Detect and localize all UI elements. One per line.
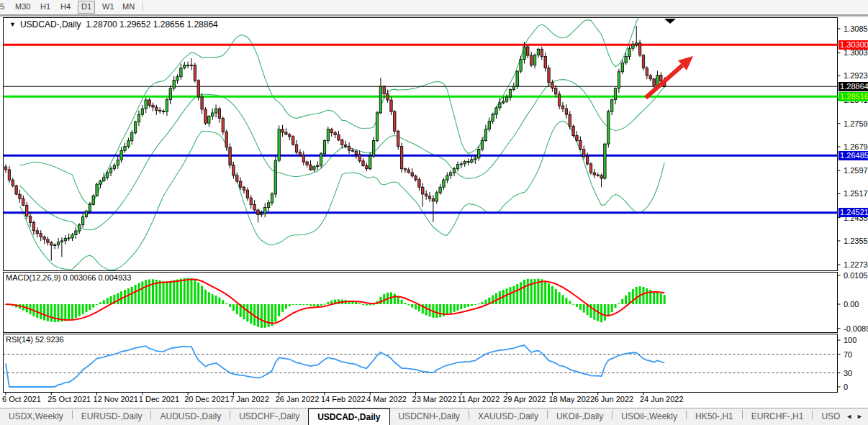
tab-usdchf-daily[interactable]: USDCHF-,Daily — [230, 408, 308, 425]
tab-scroll-controls: ◄► — [841, 408, 868, 425]
tab-usoil-weekly[interactable]: USOil-,Weekly — [612, 408, 686, 425]
tab-ukoil-daily[interactable]: UKOil-,Daily — [548, 408, 612, 425]
date-tick-label: 6 Oct 2021 — [2, 395, 41, 403]
date-tick-label: 4 Mar 2022 — [366, 395, 407, 403]
macd-tick-label: 0.010578 — [844, 271, 868, 280]
tab-usdx-weekly[interactable]: USDX,Weekly — [0, 408, 72, 425]
macd-name: MACD(12,26,9) — [6, 273, 60, 282]
date-tick-label: 23 Mar 2022 — [412, 395, 457, 403]
rsi-tick-label: 30 — [844, 369, 852, 378]
date-tick-label: 6 Jun 2022 — [595, 395, 633, 403]
price-tick-label: 1.23550 — [844, 237, 868, 245]
price-tick-label: 1.29230 — [844, 71, 868, 80]
price-tick-label: 1.26790 — [844, 142, 868, 151]
rsi-tick-label: 100 — [844, 336, 856, 344]
tab-xauusd-daily[interactable]: XAUUSD-,Daily — [469, 408, 547, 425]
current-price-badge: 1.28864 — [838, 82, 868, 91]
symbol-tab-bar: USDX,WeeklyEURUSD-,DailyAUDUSD-,DailyUSD… — [0, 408, 868, 425]
rsi-value: 52.9236 — [35, 335, 64, 344]
chart-title: ▼USDCAD-,Daily 1.28700 1.29652 1.28656 1… — [9, 19, 218, 29]
date-tick-label: 25 Oct 2021 — [48, 395, 91, 403]
chart-ohlc-values: 1.28700 1.29652 1.28656 1.28864 — [86, 19, 218, 29]
tab-usdcad-daily[interactable]: USDCAD-,Daily — [308, 408, 389, 425]
tab-scroll-right-icon[interactable]: ► — [856, 413, 863, 420]
price-chart-canvas[interactable] — [0, 0, 868, 425]
macd-values: 0.003066 0.004933 — [63, 273, 131, 282]
rsi-indicator-label: RSI(14) 52.9236 — [6, 335, 64, 344]
trading-app-window: 5M30H1H4D1W1MN ▼USDCAD-,Daily 1.28700 1.… — [0, 0, 868, 425]
date-tick-label: 29 Apr 2022 — [503, 395, 546, 403]
date-tick-label: 14 Feb 2022 — [321, 395, 366, 403]
tab-scroll-left-icon[interactable]: ◄ — [846, 413, 852, 420]
rsi-tick-label: 70 — [844, 350, 852, 359]
tab-eurchf-h1[interactable]: EURCHF-,H1 — [743, 408, 813, 425]
macd-tick-label: 0.00 — [844, 300, 859, 309]
price-tick-label: 1.22730 — [844, 260, 868, 269]
price-badge-1.26485: 1.26485 — [838, 151, 868, 160]
tab-hk50-h1[interactable]: HK50-,H1 — [687, 408, 742, 425]
tab-eurusd-daily[interactable]: EURUSD-,Daily — [73, 408, 151, 425]
tab-audusd-daily[interactable]: AUDUSD-,Daily — [151, 408, 230, 425]
macd-tick-label: -0.00896 — [844, 324, 868, 333]
price-badge-1.24521: 1.24521 — [838, 208, 868, 217]
price-badge-1.28516: 1.28516 — [838, 92, 868, 101]
chart-symbol-label: USDCAD-,Daily — [20, 19, 81, 29]
price-tick-label: 1.25170 — [844, 189, 868, 198]
chart-dropdown-icon[interactable]: ▼ — [9, 21, 16, 28]
rsi-name: RSI(14) — [6, 335, 33, 344]
date-tick-label: 12 Nov 2021 — [94, 395, 138, 403]
macd-indicator-label: MACD(12,26,9) 0.003066 0.004933 — [6, 273, 131, 282]
price-tick-label: 1.30850 — [844, 24, 868, 33]
date-tick-label: 18 May 2022 — [548, 395, 595, 403]
price-tick-label: 1.25970 — [844, 166, 868, 175]
date-tick-label: 24 Jun 2022 — [640, 395, 684, 403]
date-tick-label: 7 Jan 2022 — [230, 395, 268, 403]
tabs-strip: USDX,WeeklyEURUSD-,DailyAUDUSD-,DailyUSD… — [0, 408, 864, 421]
tab-usdcnh-daily[interactable]: USDCNH-,Daily — [390, 408, 469, 425]
rsi-tick-label: 0 — [844, 383, 848, 391]
date-tick-label: 20 Dec 2021 — [184, 395, 229, 403]
price-tick-label: 1.27590 — [844, 119, 868, 128]
date-tick-label: 1 Dec 2021 — [139, 395, 179, 403]
price-tick-label: 1.30030 — [844, 48, 868, 57]
date-tick-label: 26 Jan 2022 — [276, 395, 320, 403]
price-badge-1.30300: 1.30300 — [838, 40, 868, 50]
rsi-panel-frame — [4, 334, 838, 393]
date-tick-label: 11 Apr 2022 — [458, 395, 500, 403]
